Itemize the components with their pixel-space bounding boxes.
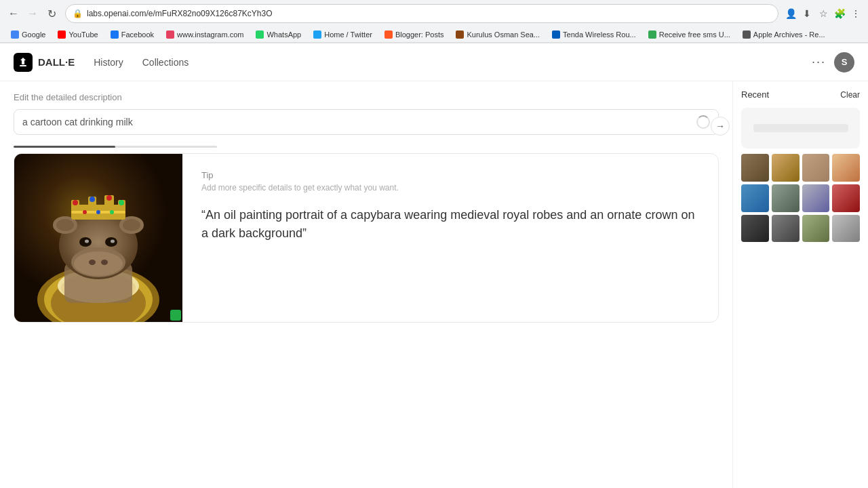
svg-point-11 xyxy=(89,260,96,265)
bookmark-instagram[interactable]: www.instagram.com xyxy=(161,29,249,40)
prompt-bar xyxy=(14,109,719,135)
bookmark-blogger[interactable]: Blogger: Posts xyxy=(379,29,450,40)
sidebar-loading-placeholder xyxy=(741,108,860,148)
bookmark-label: Blogger: Posts xyxy=(395,30,444,39)
bookmarks-bar: Google YouTube Facebook www.instagram.co… xyxy=(0,27,868,43)
back-button[interactable]: ← xyxy=(5,5,22,22)
menu-icon[interactable]: ⋮ xyxy=(849,7,863,20)
bookmark-label: YouTube xyxy=(68,30,98,39)
tip-label: Tip xyxy=(201,170,699,180)
more-options-button[interactable]: ··· xyxy=(812,55,826,69)
thumbnail-item[interactable] xyxy=(772,154,800,182)
bookmark-label: Facebook xyxy=(121,30,154,39)
app-header: DALL·E History Collections ··· S xyxy=(0,43,868,81)
collections-nav-link[interactable]: Collections xyxy=(134,53,197,72)
thumbnail-item[interactable] xyxy=(802,184,830,212)
bookmark-tenda[interactable]: Tenda Wireless Rou... xyxy=(547,29,642,40)
prompt-input[interactable] xyxy=(22,117,691,127)
thumbnail-item[interactable] xyxy=(802,154,830,182)
tip-sublabel: Add more specific details to get exactly… xyxy=(201,183,699,192)
thumbnail-item[interactable] xyxy=(832,215,860,243)
edit-description-label: Edit the detailed description xyxy=(14,92,719,102)
thumbnail-item[interactable] xyxy=(772,184,800,212)
bookmark-sms[interactable]: Receive free sms U... xyxy=(643,29,736,40)
svg-point-31 xyxy=(83,210,87,214)
bookmark-google[interactable]: Google xyxy=(5,29,51,40)
sidebar-title: Recent xyxy=(741,89,769,100)
thumbnail-item[interactable] xyxy=(741,184,769,212)
bookmark-apple[interactable]: Apple Archives - Re... xyxy=(737,29,831,40)
bookmark-label: Tenda Wireless Rou... xyxy=(563,30,636,39)
thumbnail-item[interactable] xyxy=(832,184,860,212)
thumbnail-row-2 xyxy=(741,184,860,212)
address-bar[interactable]: 🔒 labs.openai.com/e/mFuRX82no09X126c87Kc… xyxy=(65,4,778,23)
svg-point-28 xyxy=(106,195,112,201)
collapse-sidebar-button[interactable]: → xyxy=(711,117,730,136)
dalle-logo-text: DALL·E xyxy=(38,56,75,68)
nav-links: History Collections xyxy=(85,53,197,72)
extension-icon[interactable]: 🧩 xyxy=(833,7,846,20)
reload-button[interactable]: ↻ xyxy=(43,5,60,22)
browser-toolbar-icons: 👤 ⬇ ☆ 🧩 ⋮ xyxy=(784,7,863,20)
svg-point-12 xyxy=(101,260,108,265)
bookmark-label: Receive free sms U... xyxy=(659,30,730,39)
bookmark-facebook[interactable]: Facebook xyxy=(105,29,159,40)
thumbnail-item[interactable] xyxy=(741,215,769,243)
bookmark-kurulus[interactable]: Kurulus Osman Sea... xyxy=(450,29,545,40)
browser-toolbar: ← → ↻ 🔒 labs.openai.com/e/mFuRX82no09X12… xyxy=(0,0,868,27)
svg-point-15 xyxy=(85,240,89,243)
bookmark-icon[interactable]: ☆ xyxy=(816,7,830,20)
bookmark-whatsapp[interactable]: WhatsApp xyxy=(250,29,307,40)
content-area: Edit the detailed description xyxy=(0,81,732,488)
svg-point-20 xyxy=(123,219,140,231)
bookmark-label: Google xyxy=(22,30,45,39)
thumbnail-item[interactable] xyxy=(802,215,830,243)
progress-bar xyxy=(14,146,217,148)
user-avatar[interactable]: S xyxy=(834,52,854,73)
thumbnail-item[interactable] xyxy=(832,154,860,182)
history-nav-link[interactable]: History xyxy=(85,53,132,72)
svg-point-10 xyxy=(74,251,123,276)
url-text: labs.openai.com/e/mFuRX82no09X126c87KcYh… xyxy=(87,9,771,18)
dalle-logo-icon xyxy=(14,53,33,72)
thumbnail-row-1 xyxy=(741,154,860,182)
card-text: Tip Add more specific details to get exa… xyxy=(182,154,718,322)
card-image xyxy=(14,154,182,322)
svg-point-26 xyxy=(73,200,78,205)
nav-buttons: ← → ↻ xyxy=(5,5,60,22)
svg-point-29 xyxy=(119,200,124,205)
bookmark-label: Kurulus Osman Sea... xyxy=(467,30,540,39)
tip-quote: “An oil painting portrait of a capybara … xyxy=(201,206,699,243)
bookmark-label: Apple Archives - Re... xyxy=(753,30,825,39)
svg-point-27 xyxy=(90,197,95,202)
dalle-logo: DALL·E xyxy=(14,53,75,72)
bookmark-label: WhatsApp xyxy=(267,30,301,39)
download-icon[interactable]: ⬇ xyxy=(800,7,814,20)
svg-rect-34 xyxy=(170,310,181,321)
bookmark-label: www.instagram.com xyxy=(177,30,243,39)
bookmark-twitter[interactable]: Home / Twitter xyxy=(308,29,378,40)
profile-icon[interactable]: 👤 xyxy=(784,7,797,20)
svg-rect-0 xyxy=(20,65,26,66)
progress-bar-container xyxy=(14,146,719,148)
browser-chrome: ← → ↻ 🔒 labs.openai.com/e/mFuRX82no09X12… xyxy=(0,0,868,43)
header-right: ··· S xyxy=(812,52,854,73)
forward-button[interactable]: → xyxy=(24,5,41,22)
loading-spinner xyxy=(696,115,710,129)
thumbnail-item[interactable] xyxy=(741,154,769,182)
clear-button[interactable]: Clear xyxy=(840,90,860,100)
svg-point-32 xyxy=(96,210,100,214)
svg-point-33 xyxy=(110,210,114,214)
lock-icon: 🔒 xyxy=(73,9,83,18)
content-card: Tip Add more specific details to get exa… xyxy=(14,153,719,323)
svg-point-18 xyxy=(56,219,74,231)
bookmark-youtube[interactable]: YouTube xyxy=(52,29,103,40)
svg-point-16 xyxy=(111,240,115,243)
thumbnail-item[interactable] xyxy=(772,215,800,243)
sidebar-header: Recent Clear xyxy=(741,89,860,100)
thumbnail-row-3 xyxy=(741,215,860,243)
main-layout: Edit the detailed description xyxy=(0,81,868,488)
bookmark-label: Home / Twitter xyxy=(324,30,372,39)
progress-bar-fill xyxy=(14,146,115,148)
sidebar: Recent Clear xyxy=(732,81,868,488)
